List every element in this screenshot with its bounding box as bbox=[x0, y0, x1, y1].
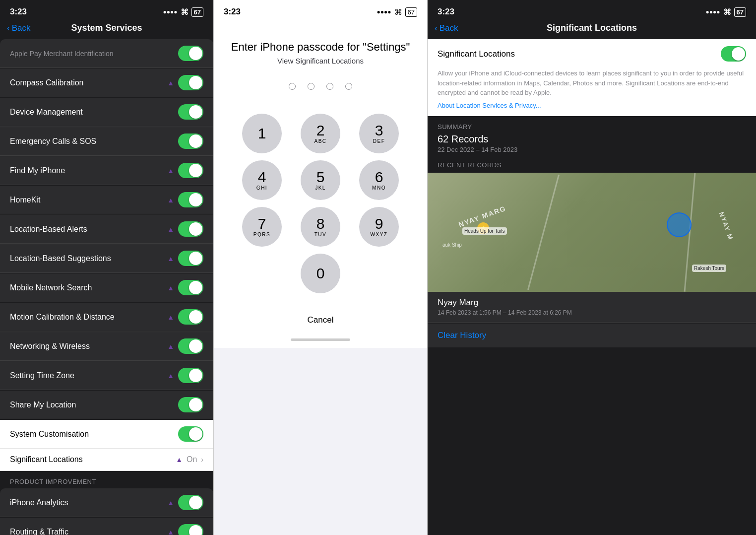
item-right-networking: ▲ bbox=[167, 338, 203, 354]
location-icon-timezone: ▲ bbox=[167, 372, 174, 380]
key-7[interactable]: 7 PQRS bbox=[242, 207, 282, 247]
location-icon-analytics: ▲ bbox=[167, 499, 174, 507]
item-right-location-suggestions: ▲ bbox=[167, 251, 203, 266]
toggle-share-location[interactable] bbox=[178, 397, 203, 412]
item-right-timezone: ▲ bbox=[167, 368, 203, 383]
chevron-right-icon-significant: › bbox=[201, 456, 203, 464]
sig-loc-toggle[interactable] bbox=[721, 46, 746, 62]
map-dot-blue bbox=[667, 212, 692, 237]
key-8-letters: TUV bbox=[315, 232, 327, 237]
item-label-location-alerts: Location-Based Alerts bbox=[10, 225, 87, 234]
recent-record-nyay-marg[interactable]: Nyay Marg 14 Feb 2023 at 1:56 PM – 14 Fe… bbox=[428, 292, 756, 323]
item-label-device-mgmt: Device Management bbox=[10, 108, 83, 117]
time-middle: 3:23 bbox=[224, 7, 241, 17]
list-item-significant-locations[interactable]: Significant Locations ▲ On › bbox=[0, 449, 213, 471]
toggle-routing[interactable] bbox=[178, 524, 203, 535]
clear-history-row[interactable]: Clear History bbox=[428, 324, 756, 347]
back-button-left[interactable]: ‹ Back bbox=[7, 23, 30, 33]
numpad: 1 2 ABC 3 DEF 4 GHI 5 JKL 6 MNO bbox=[236, 114, 405, 293]
key-empty-right bbox=[359, 254, 399, 293]
dot-2 bbox=[308, 83, 315, 90]
key-3-num: 3 bbox=[375, 123, 383, 138]
sig-loc-toggle-row[interactable]: Significant Locations bbox=[428, 39, 756, 68]
key-6-letters: MNO bbox=[372, 185, 386, 191]
key-2[interactable]: 2 ABC bbox=[301, 114, 340, 153]
toggle-location-suggestions[interactable] bbox=[178, 251, 203, 266]
list-item-homekit[interactable]: HomeKit ▲ bbox=[0, 186, 213, 214]
toggle-homekit[interactable] bbox=[178, 192, 203, 207]
back-button-right[interactable]: ‹ Back bbox=[435, 23, 458, 33]
list-item-compass[interactable]: Compass Calibration ▲ bbox=[0, 68, 213, 97]
list-item-location-suggestions[interactable]: Location-Based Suggestions ▲ bbox=[0, 244, 213, 273]
toggle-apple-pay[interactable] bbox=[178, 46, 203, 61]
toggle-emergency[interactable] bbox=[178, 134, 203, 149]
list-item-iphone-analytics[interactable]: iPhone Analytics ▲ bbox=[0, 488, 213, 517]
toggle-system-customisation[interactable] bbox=[178, 426, 203, 442]
back-label-right[interactable]: Back bbox=[440, 23, 458, 33]
item-right-device-mgmt bbox=[178, 104, 203, 120]
key-8-num: 8 bbox=[316, 216, 325, 231]
passcode-subtitle: View Significant Locations bbox=[277, 57, 364, 65]
item-label-homekit: HomeKit bbox=[10, 196, 40, 204]
key-9-letters: WXYZ bbox=[371, 232, 388, 237]
item-label-iphone-analytics: iPhone Analytics bbox=[10, 498, 68, 507]
on-value: On bbox=[187, 455, 197, 464]
item-label-motion: Motion Calibration & Distance bbox=[10, 313, 115, 322]
sig-loc-link[interactable]: About Location Services & Privacy... bbox=[428, 102, 756, 116]
clear-history-button[interactable]: Clear History bbox=[438, 331, 486, 340]
list-item-motion[interactable]: Motion Calibration & Distance ▲ bbox=[0, 303, 213, 332]
toggle-compass[interactable] bbox=[178, 75, 203, 90]
list-item-location-alerts[interactable]: Location-Based Alerts ▲ bbox=[0, 215, 213, 244]
list-item-device-mgmt[interactable]: Device Management bbox=[0, 98, 213, 127]
cancel-button[interactable]: Cancel bbox=[214, 303, 427, 331]
toggle-mobile-network[interactable] bbox=[178, 280, 203, 295]
toggle-location-alerts[interactable] bbox=[178, 221, 203, 237]
item-right-motion: ▲ bbox=[167, 309, 203, 325]
list-item-timezone[interactable]: Setting Time Zone ▲ bbox=[0, 361, 213, 390]
key-7-num: 7 bbox=[258, 216, 266, 231]
key-5[interactable]: 5 JKL bbox=[301, 160, 340, 200]
key-8[interactable]: 8 TUV bbox=[301, 207, 340, 247]
map-label-ship: auk Ship bbox=[442, 242, 462, 248]
key-0-num: 0 bbox=[316, 266, 325, 281]
wifi-icon-right: ⌘ bbox=[723, 7, 731, 17]
map-label-heads-up: Heads Up for Tails bbox=[462, 227, 507, 235]
key-1[interactable]: 1 bbox=[242, 114, 282, 153]
item-label-routing: Routing & Traffic bbox=[10, 528, 68, 535]
key-0[interactable]: 0 bbox=[301, 254, 340, 293]
dot-4 bbox=[345, 83, 352, 90]
system-services-list: Apple Pay Merchant Identification Compas… bbox=[0, 39, 213, 471]
passcode-content: Enter iPhone passcode for "Settings" Vie… bbox=[214, 21, 427, 303]
toggle-networking[interactable] bbox=[178, 338, 203, 354]
list-item-emergency[interactable]: Emergency Calls & SOS bbox=[0, 127, 213, 156]
page-title-left: System Services bbox=[71, 23, 142, 33]
list-item-share-location[interactable]: Share My Location bbox=[0, 391, 213, 419]
toggle-device-mgmt[interactable] bbox=[178, 104, 203, 120]
status-bar-right: 3:23 ●●●● ⌘ 67 bbox=[428, 0, 756, 21]
toggle-find-iphone[interactable] bbox=[178, 163, 203, 178]
item-label-emergency: Emergency Calls & SOS bbox=[10, 137, 96, 146]
toggle-motion[interactable] bbox=[178, 309, 203, 325]
key-3[interactable]: 3 DEF bbox=[359, 114, 399, 153]
item-right-homekit: ▲ bbox=[167, 192, 203, 207]
key-7-letters: PQRS bbox=[253, 232, 270, 237]
chevron-left-icon: ‹ bbox=[7, 23, 10, 33]
list-item-apple-pay[interactable]: Apple Pay Merchant Identification bbox=[0, 39, 213, 68]
list-item-mobile-network[interactable]: Mobile Network Search ▲ bbox=[0, 273, 213, 302]
toggle-timezone[interactable] bbox=[178, 368, 203, 383]
list-item-system-customisation[interactable]: System Customisation bbox=[0, 420, 213, 449]
status-icons-left: ●●●● ⌘ 67 bbox=[163, 7, 203, 17]
key-2-letters: ABC bbox=[314, 138, 326, 144]
list-item-networking[interactable]: Networking & Wireless ▲ bbox=[0, 332, 213, 361]
time-right: 3:23 bbox=[438, 7, 454, 17]
key-9[interactable]: 9 WXYZ bbox=[359, 207, 399, 247]
summary-records-count: 62 Records bbox=[438, 134, 746, 145]
item-label-location-suggestions: Location-Based Suggestions bbox=[10, 254, 111, 263]
toggle-iphone-analytics[interactable] bbox=[178, 495, 203, 510]
back-label-left[interactable]: Back bbox=[12, 23, 31, 33]
list-item-routing[interactable]: Routing & Traffic ▲ bbox=[0, 518, 213, 535]
key-4[interactable]: 4 GHI bbox=[242, 160, 282, 200]
list-item-find-iphone[interactable]: Find My iPhone ▲ bbox=[0, 156, 213, 185]
key-6[interactable]: 6 MNO bbox=[359, 160, 399, 200]
location-icon-compass: ▲ bbox=[167, 79, 174, 87]
